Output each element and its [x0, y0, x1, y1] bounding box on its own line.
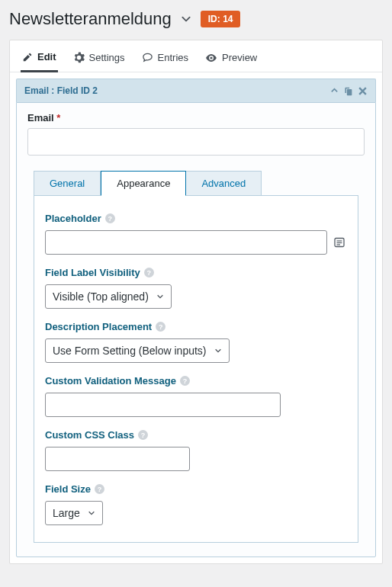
merge-tag-icon[interactable] [332, 234, 347, 251]
form-switcher-chevron-icon[interactable] [181, 14, 191, 24]
validation-msg-label: Custom Validation Message ? [45, 375, 347, 387]
field-header[interactable]: Email : Field ID 2 [16, 79, 376, 102]
tab-label: Edit [37, 51, 56, 63]
duplicate-icon[interactable] [343, 86, 353, 96]
pencil-icon [22, 52, 33, 63]
form-id-badge: ID: 14 [201, 11, 241, 27]
help-icon[interactable]: ? [105, 213, 115, 223]
field-header-title: Email : Field ID 2 [24, 85, 98, 96]
help-icon[interactable]: ? [156, 322, 165, 332]
subtab-general[interactable]: General [34, 171, 101, 195]
gear-icon [73, 52, 85, 63]
subtab-appearance[interactable]: Appearance [101, 171, 186, 196]
field-label: Email * [27, 112, 365, 123]
chat-icon [142, 52, 153, 63]
tab-label: Preview [222, 52, 257, 63]
desc-placement-label: Description Placement ? [45, 321, 347, 332]
desc-placement-select[interactable]: Use Form Setting (Below inputs) [45, 338, 230, 363]
main-tab-bar: Edit Settings Entries Preview [10, 40, 382, 72]
tab-preview[interactable]: Preview [204, 47, 259, 72]
chevron-down-icon [88, 509, 95, 517]
chevron-down-icon [214, 347, 222, 354]
help-icon[interactable]: ? [144, 268, 154, 277]
email-preview-input[interactable] [27, 128, 365, 156]
tab-edit[interactable]: Edit [21, 47, 58, 72]
tab-entries[interactable]: Entries [140, 47, 190, 72]
field-size-select[interactable]: Large [45, 501, 103, 525]
appearance-settings-panel: Placeholder ? Field Label Visibility ? V… [34, 195, 358, 543]
css-class-label: Custom CSS Class ? [45, 429, 347, 441]
validation-msg-input[interactable] [45, 393, 281, 417]
tab-label: Settings [89, 52, 125, 63]
chevron-down-icon [156, 293, 164, 300]
label-visibility-label: Field Label Visibility ? [45, 267, 347, 278]
close-icon[interactable] [358, 86, 368, 96]
tab-settings[interactable]: Settings [72, 47, 127, 72]
css-class-input[interactable] [45, 447, 190, 471]
field-size-label: Field Size ? [45, 483, 347, 495]
placeholder-label: Placeholder ? [45, 213, 347, 224]
page-title: Newsletteranmeldung [9, 9, 172, 29]
subtab-advanced[interactable]: Advanced [186, 171, 262, 195]
required-marker: * [56, 112, 60, 123]
help-icon[interactable]: ? [138, 430, 148, 440]
label-visibility-select[interactable]: Visible (Top aligned) [45, 284, 172, 309]
eye-icon [205, 52, 217, 64]
tab-label: Entries [158, 52, 188, 63]
placeholder-input[interactable] [45, 230, 327, 255]
help-icon[interactable]: ? [180, 376, 190, 386]
collapse-icon[interactable] [330, 86, 339, 96]
help-icon[interactable]: ? [95, 484, 104, 494]
